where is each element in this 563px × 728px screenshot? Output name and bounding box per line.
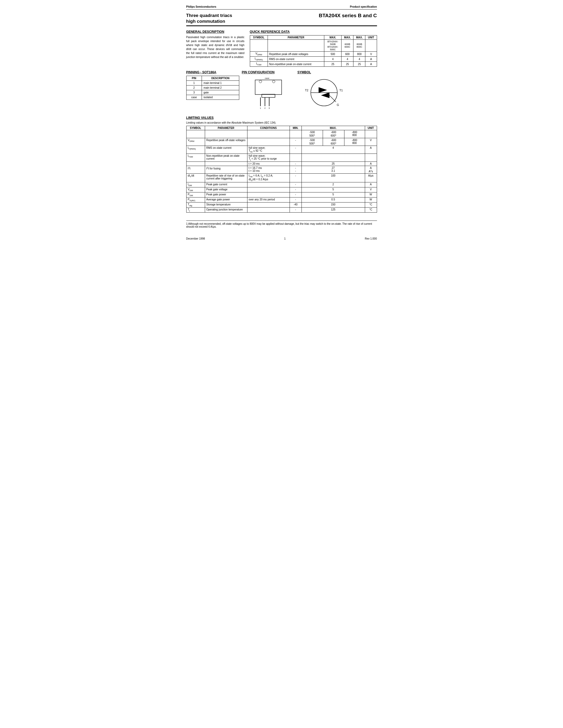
lim-tj-cond (247, 208, 290, 213)
lim-itrms-unit: A (365, 146, 377, 154)
title-line1: Three quadrant triacs (186, 13, 232, 19)
pin-config-diagram: case 1 2 3 (242, 76, 295, 110)
lim-row-igm: IGM Peak gate current - 2 A (186, 182, 377, 187)
lim-vdrm-param: Repetitive peak off-state voltages (205, 138, 247, 146)
lim-didt-cond: ITM = 6 A; IG = 0.2 A;dIG/dt = 0.2 A/μs (247, 174, 290, 182)
lim-tstg-cond (247, 203, 290, 208)
lim-row-pgm: PGM Peak gate power - 5 W (186, 192, 377, 197)
lim-itrms-max: 4 (302, 146, 365, 154)
lim-igm-cond (247, 182, 290, 187)
lim-tj-unit: °C (365, 208, 377, 213)
svg-rect-4 (262, 94, 275, 97)
lim-pgm-sym: PGM (186, 192, 205, 197)
qr-vdrm-sym: VDRM (250, 52, 267, 57)
lim-pgm-unit: W (365, 192, 377, 197)
qr-col-max2: MAX. (342, 35, 354, 40)
pin-num-3: 3 (186, 90, 202, 95)
lim-tj-param: Operating junction temperature (205, 208, 247, 213)
lim-row-i2t: I2t I2t for fusing t = 16.7 mst = 10 ms … (186, 166, 377, 173)
header-right: Product specification (350, 5, 377, 8)
lim-igm-min: - (290, 182, 302, 187)
pin-row-3: 3 gate (186, 90, 239, 95)
lim-pgav-unit: W (365, 197, 377, 203)
lim-itsm-unit (365, 154, 377, 161)
lim-didt-max: 100 (302, 174, 365, 182)
lim-i2t-unit: AA2s (365, 166, 377, 173)
lim-vdrm-cond (247, 138, 290, 146)
qr-subhdr-4: 800B800C (354, 40, 365, 52)
pin-row-1: 1 main terminal 1 (186, 81, 239, 86)
lim-i2t-max: 273.1 (302, 166, 365, 173)
lim-row-vgm: VGM Peak gate voltage - 5 V (186, 187, 377, 192)
lim-pgm-cond (247, 192, 290, 197)
lim-vgm-max: 5 (302, 187, 365, 192)
footnote-text: 1 Although not recommended, off-state vo… (186, 222, 377, 228)
lim-didt-sym: dIT/dt (186, 174, 205, 182)
svg-text:T2: T2 (305, 89, 309, 92)
footer-right: Rev 1.000 (365, 237, 377, 240)
pin-num-1: 1 (186, 81, 202, 86)
quick-ref-title: QUICK REFERENCE DATA (250, 30, 377, 34)
lim-itsm-max (302, 154, 365, 161)
pin-table: PIN DESCRIPTION 1 main terminal 1 2 main… (186, 76, 239, 100)
qr-row-itrms: IT(RMS) RMS on-state current 4 4 4 A (250, 57, 377, 62)
lim-vgm-sym: VGM (186, 187, 205, 192)
svg-point-1 (259, 80, 262, 83)
limiting-values-title: LIMITING VALUES (186, 116, 377, 120)
qr-row-itsm: ITSM Non-repetitive peak on-state curren… (250, 62, 377, 67)
lim-vdrm-min: - (290, 138, 302, 146)
lim-subhdr-3 (290, 130, 302, 138)
lim-itsm-cond: full sine wave;Tj = 25 °C prior to surge (247, 154, 290, 161)
lim-igm-sym: IGM (186, 182, 205, 187)
qr-subhdr-0 (250, 40, 267, 52)
lim-itrms-sym: IT(RMS) (186, 146, 205, 154)
footer: December 1998 1 Rev 1.000 (186, 236, 377, 240)
pin-desc-2: main terminal 2 (202, 86, 239, 90)
svg-marker-16 (319, 87, 327, 93)
lim-tstg-sym: Tstg (186, 203, 205, 208)
lim-vgm-cond (247, 187, 290, 192)
pin-row-2: 2 main terminal 2 (186, 86, 239, 90)
lim-row-itrms: IT(RMS) RMS on-state current full sine w… (186, 146, 377, 154)
pin-desc-1: main terminal 1 (202, 81, 239, 86)
pin-desc-3: gate (202, 90, 239, 95)
lim-i2t-cond: t = 16.7 mst = 10 ms (247, 166, 290, 173)
pin-num-case: case (186, 95, 202, 100)
pin-row-case: case isolated (186, 95, 239, 100)
pin-col-pin: PIN (186, 76, 202, 81)
lim-hdr-symbol: SYMBOL (186, 126, 205, 130)
general-desc-text: Passivated high commutation triacs in a … (186, 35, 244, 59)
lim-20ms-min: - (290, 161, 302, 166)
lim-itsm-min (290, 154, 302, 161)
lim-didt-param: Repetitive rate of rise of on-state curr… (205, 174, 247, 182)
qr-itsm-600: 25 (342, 62, 354, 67)
qr-itrms-800: 4 (354, 57, 365, 62)
lim-tj-min: - (290, 208, 302, 213)
lim-pgav-max: 0.5 (302, 197, 365, 203)
svg-text:T1: T1 (340, 89, 343, 92)
qr-vdrm-600: 600 (342, 52, 354, 57)
lim-20ms-cond: t = 20 ms (247, 161, 290, 166)
limiting-values-note: Limiting values in accordance with the A… (186, 121, 377, 124)
lim-tstg-unit: °C (365, 203, 377, 208)
lim-itrms-cond: full sine wave;The ≤ 92 °C (247, 146, 290, 154)
qr-itrms-param: RMS on-state current (267, 57, 324, 62)
quick-ref-section: QUICK REFERENCE DATA SYMBOL PARAMETER MA… (250, 30, 377, 67)
qr-subhdr-1 (267, 40, 324, 52)
lim-pgav-cond: over any 20 ms period (247, 197, 290, 203)
lim-tstg-max: 150 (302, 203, 365, 208)
footer-left: December 1998 (186, 237, 205, 240)
qr-itsm-unit: A (365, 62, 377, 67)
lim-subhdr-2 (247, 130, 290, 138)
lim-vgm-unit: V (365, 187, 377, 192)
lim-row-20ms: t = 20 ms - 25 A (186, 161, 377, 166)
pinning-section: PINNING - SOT186A PIN DESCRIPTION 1 main… (186, 70, 239, 112)
general-description-section: GENERAL DESCRIPTION Passivated high comm… (186, 30, 244, 67)
lim-vdrm-max800: -800800 (344, 138, 365, 146)
lim-20ms-max: 25 (302, 161, 365, 166)
svg-text:G: G (337, 103, 339, 106)
limiting-values-table: SYMBOL PARAMETER CONDITIONS MIN. MAX. UN… (186, 126, 377, 213)
qr-col-max3: MAX. (354, 35, 365, 40)
title-block: Three quadrant triacs high commutation B… (186, 11, 377, 26)
lim-subhdr-1 (205, 130, 247, 138)
